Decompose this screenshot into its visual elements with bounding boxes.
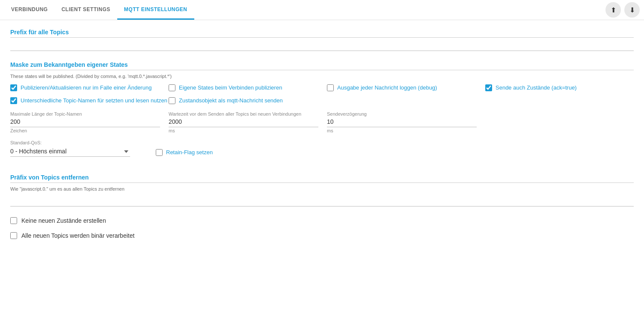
cb-item-retain[interactable]: Retain-Flag setzen [156, 149, 213, 156]
remove-prefix-input[interactable] [10, 197, 634, 206]
cb-item-no-new-states[interactable]: Keine neuen Zustände erstellen [10, 217, 634, 224]
cb-item-send-ack[interactable]: Sende auch Zustände (ack=true) [485, 84, 634, 92]
remove-prefix-divider [10, 182, 634, 183]
label-binary: Alle neuen Topics werden binär verarbeit… [21, 232, 134, 239]
unit-send-delay: ms [327, 128, 477, 133]
bottom-options-section: Keine neuen Zustände erstellen Alle neue… [10, 217, 634, 239]
cb-item-state-object-mqtt[interactable]: Zustandsobjekt als mqtt-Nachricht senden [169, 97, 327, 105]
cb-item-binary[interactable]: Alle neuen Topics werden binär verarbeit… [10, 232, 634, 239]
upload-icon: ⬆ [611, 6, 616, 14]
upload-button[interactable]: ⬆ [605, 2, 621, 18]
cb-item-diff-topic-names[interactable]: Unterschiedliche Topic-Namen für setzten… [10, 97, 169, 105]
mask-divider [10, 70, 634, 70]
checkbox-state-object-mqtt[interactable] [169, 97, 175, 104]
checkbox-grid: Publizieren/Aktualisieren nur im Falle e… [10, 84, 634, 105]
retain-row: Retain-Flag setzen [156, 149, 213, 156]
prefix-input-wrapper [10, 41, 634, 51]
tab-bar: VERBINDUNG CLIENT SETTINGS MQTT EINSTELL… [0, 0, 644, 20]
remove-prefix-section: Präfix von Topics entfernen Wie "javascr… [10, 174, 634, 206]
checkbox-binary[interactable] [10, 232, 17, 239]
remove-prefix-title: Präfix von Topics entfernen [10, 174, 634, 181]
label-log-debug: Ausgabe jeder Nachricht loggen (debug) [337, 84, 437, 92]
tab-client-settings[interactable]: CLIENT SETTINGS [55, 0, 117, 20]
label-own-states-connect: Eigene States beim Verbinden publizieren [179, 84, 282, 92]
remove-prefix-hint: Wie "javascript.0." um es aus allen Topi… [10, 186, 634, 191]
cb-item-own-states-connect[interactable]: Eigene States beim Verbinden publizieren [169, 84, 327, 92]
field-group-send-delay: Sendeverzögerung ms [327, 111, 477, 133]
field-group-max-length: Maximale Länge der Topic-Namen Zeichen [10, 111, 160, 133]
field-col-wait-time: Wartezeit vor dem Senden aller Topics be… [169, 111, 327, 136]
checkbox-no-new-states[interactable] [10, 217, 17, 224]
prefix-section: Prefix für alle Topics [10, 29, 634, 51]
label-state-object-mqtt: Zustandsobjekt als mqtt-Nachricht senden [179, 97, 283, 105]
unit-wait-time: ms [169, 128, 318, 133]
checkbox-diff-topic-names[interactable] [10, 97, 17, 104]
label-retain: Retain-Flag setzen [166, 149, 213, 156]
label-no-new-states: Keine neuen Zustände erstellen [21, 217, 106, 224]
label-send-delay: Sendeverzögerung [327, 111, 477, 117]
input-max-length[interactable] [10, 117, 160, 127]
fields-row: Maximale Länge der Topic-Namen Zeichen W… [10, 111, 634, 136]
field-group-wait-time: Wartezeit vor dem Senden aller Topics be… [169, 111, 318, 133]
tab-actions: ⬆ ⬇ [605, 2, 640, 18]
qos-label: Standard-QoS: [10, 140, 130, 145]
field-col-send-delay: Sendeverzögerung ms [327, 111, 485, 136]
checkbox-own-states-connect[interactable] [169, 84, 175, 91]
checkbox-retain[interactable] [156, 149, 163, 156]
label-wait-time: Wartezeit vor dem Senden aller Topics be… [169, 111, 318, 117]
download-icon: ⬇ [629, 6, 635, 14]
download-button[interactable]: ⬇ [624, 2, 640, 18]
checkbox-log-debug[interactable] [327, 84, 334, 91]
checkbox-send-ack[interactable] [485, 84, 492, 91]
mask-section: Maske zum Bekanntgeben eigener States Th… [10, 61, 634, 164]
main-content: Prefix für alle Topics Maske zum Bekannt… [0, 20, 644, 258]
input-wait-time[interactable] [169, 117, 318, 127]
placeholder-col4 [485, 97, 634, 105]
placeholder-col3 [327, 97, 485, 105]
tab-verbindung[interactable]: VERBINDUNG [4, 0, 55, 20]
field-col-max-length: Maximale Länge der Topic-Namen Zeichen [10, 111, 169, 136]
prefix-divider [10, 37, 634, 38]
qos-select[interactable]: 0 - Höchstens einmal 1 - Mindestens einm… [10, 147, 130, 157]
unit-max-length: Zeichen [10, 128, 160, 133]
prefix-section-title: Prefix für alle Topics [10, 29, 634, 36]
prefix-input[interactable] [10, 41, 634, 51]
cb-item-publish-only-change[interactable]: Publizieren/Aktualisieren nur im Falle e… [10, 84, 169, 92]
cb-item-log-debug[interactable]: Ausgabe jeder Nachricht loggen (debug) [327, 84, 485, 92]
qos-group: Standard-QoS: 0 - Höchstens einmal 1 - M… [10, 140, 130, 157]
checkbox-publish-only-change[interactable] [10, 84, 17, 91]
tab-mqtt-einstellungen[interactable]: MQTT EINSTELLUNGEN [117, 0, 194, 20]
label-max-length: Maximale Länge der Topic-Namen [10, 111, 160, 117]
label-publish-only-change: Publizieren/Aktualisieren nur im Falle e… [21, 84, 151, 92]
mask-hint: These states will be published. (Divided… [10, 74, 634, 79]
remove-prefix-input-wrapper [10, 197, 634, 206]
mask-section-title: Maske zum Bekanntgeben eigener States [10, 61, 634, 68]
label-diff-topic-names: Unterschiedliche Topic-Namen für setzten… [21, 97, 167, 105]
input-send-delay[interactable] [327, 117, 477, 127]
label-send-ack: Sende auch Zustände (ack=true) [496, 84, 577, 92]
